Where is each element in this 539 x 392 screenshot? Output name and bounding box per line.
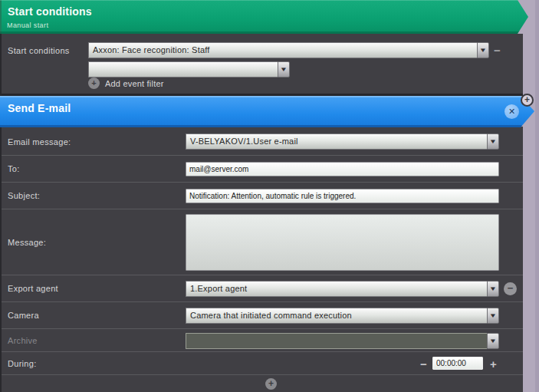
send-email-header[interactable]: Send E-mail ✕ [0,96,534,127]
during-row: During: − + [2,351,523,374]
to-row: To: [2,155,523,182]
export-agent-dropdown[interactable]: 1.Export agent ▼ [186,281,499,297]
export-agent-label: Export agent [8,284,58,293]
chevron-down-icon: ▼ [489,338,497,344]
archive-dropdown-button[interactable]: ▼ [487,333,499,349]
subject-row: Subject: [2,182,523,209]
start-conditions-header[interactable]: Start conditions Manual start [0,0,528,34]
camera-label: Camera [8,311,39,320]
message-label: Message: [8,238,46,247]
message-textarea[interactable] [186,214,499,271]
camera-value[interactable]: Camera that initiated command execution [186,308,487,324]
camera-dropdown[interactable]: Camera that initiated command execution … [186,308,499,324]
message-row: Message: [2,209,523,275]
event-filter-2-dropdown[interactable]: ▼ [88,61,290,77]
send-email-title: Send E-mail [8,102,71,114]
desktop-edge-shade [535,0,539,392]
send-email-panel: Email message: V-BELYAKOV/1.User e-mail … [0,127,523,392]
chevron-down-icon: ▼ [489,313,497,319]
event-filter-2-value[interactable] [88,61,278,77]
export-agent-dropdown-button[interactable]: ▼ [487,281,499,297]
start-conditions-label: Start conditions [8,46,70,55]
close-icon[interactable]: ✕ [504,104,519,119]
camera-row: Camera Camera that initiated command exe… [2,301,523,328]
chevron-down-icon: ▼ [489,286,497,292]
remove-event-filter-button[interactable]: − [494,42,501,58]
add-action-button[interactable]: + [265,378,277,390]
start-conditions-title: Start conditions [8,5,92,18]
email-message-row: Email message: V-BELYAKOV/1.User e-mail … [2,128,523,155]
email-message-dropdown-button[interactable]: ▼ [487,133,499,150]
during-increase-button[interactable]: + [490,357,497,370]
camera-dropdown-button[interactable]: ▼ [487,308,499,324]
email-message-dropdown[interactable]: V-BELYAKOV/1.User e-mail ▼ [186,133,499,150]
event-filter-1-dropdown-button[interactable]: ▼ [477,42,489,58]
to-label: To: [8,164,20,173]
start-conditions-subtitle: Manual start [7,21,48,29]
add-event-filter-button[interactable]: + Add event filter [88,77,164,89]
add-block-button[interactable]: + [521,94,534,107]
archive-row: Archive ▼ [2,328,523,351]
event-filter-2-dropdown-button[interactable]: ▼ [278,61,290,77]
remove-export-agent-button[interactable]: − [504,282,517,295]
automation-rule-editor: Start conditions Axxon: Face recognition… [0,0,539,392]
event-filter-1-dropdown[interactable]: Axxon: Face recognition: Staff ▼ [88,42,489,58]
event-filter-1-value[interactable]: Axxon: Face recognition: Staff [88,42,477,58]
add-action-row: + [2,374,523,392]
during-label: During: [8,359,37,368]
during-decrease-button[interactable]: − [420,357,427,370]
archive-value [186,333,487,349]
plus-icon: + [88,77,100,89]
start-conditions-panel: Start conditions Axxon: Face recognition… [0,34,523,96]
export-agent-row: Export agent 1.Export agent ▼ − [2,275,523,301]
add-event-filter-label: Add event filter [105,79,164,88]
subject-input[interactable] [186,189,499,203]
email-message-label: Email message: [8,137,71,147]
archive-dropdown: ▼ [186,333,499,349]
start-conditions-row: Start conditions Axxon: Face recognition… [2,42,523,58]
export-agent-value[interactable]: 1.Export agent [186,281,487,297]
to-input[interactable] [186,162,499,176]
chevron-down-icon: ▼ [489,139,497,145]
email-message-value[interactable]: V-BELYAKOV/1.User e-mail [186,133,487,150]
chevron-down-icon: ▼ [479,48,487,54]
chevron-down-icon: ▼ [280,67,288,73]
subject-label: Subject: [8,191,40,200]
during-time-input[interactable] [432,357,483,370]
archive-label: Archive [8,336,38,345]
